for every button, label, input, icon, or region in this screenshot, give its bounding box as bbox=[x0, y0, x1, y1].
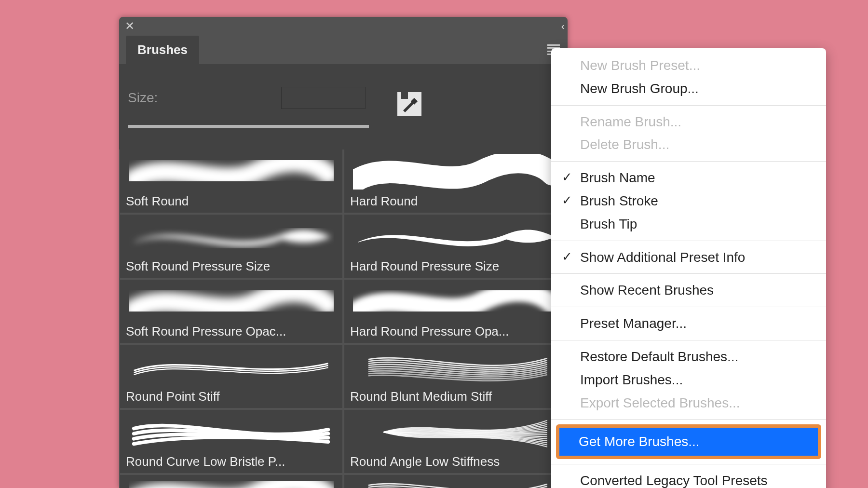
menu-item: Delete Brush... bbox=[551, 133, 826, 156]
brush-name-label: Round Curve Low Bristle P... bbox=[126, 454, 285, 469]
menu-separator bbox=[551, 161, 826, 162]
brush-stroke-preview bbox=[120, 280, 342, 322]
brush-name-label: Round Point Stiff bbox=[126, 389, 220, 404]
menu-separator bbox=[551, 105, 826, 106]
menu-item[interactable]: Preset Manager... bbox=[551, 312, 826, 335]
brush-stroke-preview bbox=[344, 475, 567, 488]
brush-stroke-preview bbox=[120, 475, 342, 488]
menu-item: Rename Brush... bbox=[551, 110, 826, 134]
brush-preset[interactable]: Soft Round Pressure Opac... bbox=[120, 280, 342, 343]
brushes-panel: ✕ ‹‹ Brushes Size: Soft RoundHard RoundS… bbox=[119, 17, 568, 488]
menu-separator bbox=[551, 307, 826, 307]
brush-preset[interactable]: Round Point Stiff bbox=[120, 345, 342, 408]
brush-folder-icon[interactable] bbox=[397, 92, 421, 116]
brush-stroke-preview bbox=[120, 345, 342, 387]
brush-preset[interactable] bbox=[120, 475, 342, 488]
panel-body: Size: Soft RoundHard RoundSoft Round Pre… bbox=[119, 64, 568, 488]
menu-separator bbox=[551, 419, 826, 420]
panel-titlebar: ✕ ‹‹ bbox=[119, 17, 568, 35]
brush-preset[interactable]: Soft Round bbox=[120, 149, 342, 213]
brush-stroke-preview bbox=[344, 410, 567, 452]
menu-item: Export Selected Brushes... bbox=[551, 392, 826, 415]
brush-stroke-preview bbox=[344, 280, 567, 322]
brush-preset[interactable]: Round Curve Low Bristle P... bbox=[120, 410, 342, 473]
menu-separator bbox=[551, 464, 826, 464]
menu-item[interactable]: Brush Name bbox=[551, 166, 826, 190]
brush-preset[interactable]: Soft Round Pressure Size bbox=[120, 215, 342, 278]
brush-preset[interactable]: Round Angle Low Stiffness bbox=[344, 410, 567, 473]
brush-name-label: Soft Round Pressure Opac... bbox=[126, 324, 286, 339]
tab-brushes[interactable]: Brushes bbox=[126, 36, 199, 64]
size-row: Size: bbox=[119, 80, 568, 116]
menu-item[interactable]: Show Recent Brushes bbox=[551, 279, 826, 302]
menu-item[interactable]: Brush Stroke bbox=[551, 190, 826, 213]
menu-separator bbox=[551, 241, 826, 241]
menu-item: New Brush Preset... bbox=[551, 54, 826, 77]
size-slider[interactable] bbox=[128, 125, 369, 128]
menu-item[interactable]: Restore Default Brushes... bbox=[551, 345, 826, 368]
brush-name-label: Hard Round Pressure Opa... bbox=[350, 324, 509, 339]
menu-separator bbox=[551, 273, 826, 274]
size-label: Size: bbox=[128, 90, 158, 106]
brush-preset[interactable]: Round Blunt Medium Stiff bbox=[344, 345, 567, 408]
menu-item-get-more-brushes[interactable]: Get More Brushes... bbox=[556, 424, 821, 459]
brush-stroke-preview bbox=[344, 215, 567, 257]
brush-stroke-preview bbox=[344, 149, 567, 192]
brushes-flyout-menu: New Brush Preset...New Brush Group...Ren… bbox=[551, 48, 826, 488]
brush-name-label: Hard Round Pressure Size bbox=[350, 259, 499, 274]
brush-name-label: Hard Round bbox=[350, 194, 418, 209]
brush-stroke-preview bbox=[120, 410, 342, 452]
brush-preset[interactable]: Hard Round Pressure Size bbox=[344, 215, 567, 278]
menu-item[interactable]: New Brush Group... bbox=[551, 77, 826, 100]
size-input[interactable] bbox=[281, 87, 366, 109]
brush-stroke-preview bbox=[120, 215, 342, 257]
brush-name-label: Round Blunt Medium Stiff bbox=[350, 389, 492, 404]
menu-item[interactable]: Show Additional Preset Info bbox=[551, 246, 826, 269]
menu-item[interactable]: Brush Tip bbox=[551, 213, 826, 236]
tab-bar: Brushes bbox=[119, 35, 568, 64]
menu-separator bbox=[551, 340, 826, 340]
menu-item[interactable]: Import Brushes... bbox=[551, 368, 826, 392]
brush-preset[interactable] bbox=[344, 475, 567, 488]
brush-name-label: Round Angle Low Stiffness bbox=[350, 454, 500, 469]
menu-item[interactable]: Converted Legacy Tool Presets bbox=[551, 469, 826, 488]
brush-stroke-preview bbox=[344, 345, 567, 387]
brush-preset[interactable]: Hard Round Pressure Opa... bbox=[344, 280, 567, 343]
brush-stroke-preview bbox=[120, 149, 342, 192]
brush-preset[interactable]: Hard Round bbox=[344, 149, 567, 213]
collapse-chevron-icon[interactable]: ‹‹ bbox=[561, 21, 562, 32]
brush-name-label: Soft Round Pressure Size bbox=[126, 259, 270, 274]
brush-grid: Soft RoundHard RoundSoft Round Pressure … bbox=[119, 149, 568, 488]
close-icon[interactable]: ✕ bbox=[125, 19, 135, 33]
brush-name-label: Soft Round bbox=[126, 194, 189, 209]
